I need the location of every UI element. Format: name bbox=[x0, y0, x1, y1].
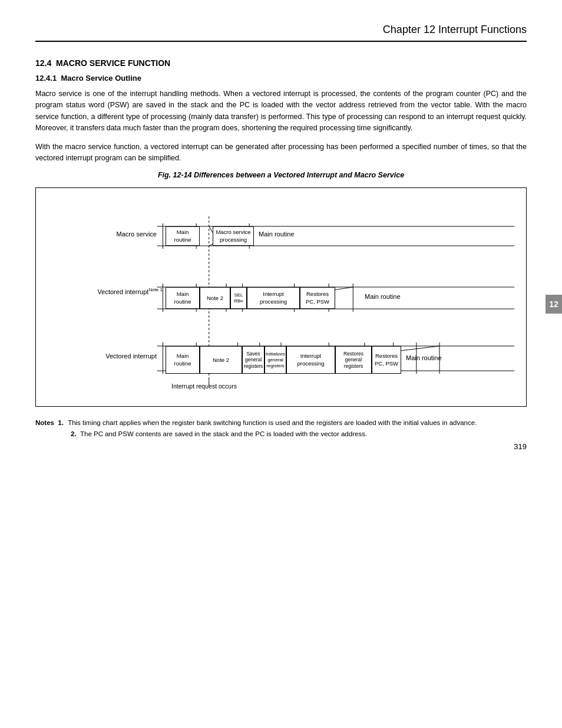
diagram: Macro service Mainroutine Macro servicep… bbox=[35, 187, 527, 407]
note-1-text: This timing chart applies when the regis… bbox=[68, 417, 477, 428]
box-vi1-restores-pc-psw: RestoresPC, PSW bbox=[300, 287, 335, 309]
notes-section: Notes 1. This timing chart applies when … bbox=[35, 417, 527, 439]
note-2-line: 2. The PC and PSW contents are saved in … bbox=[71, 429, 527, 439]
box-vi2-restores-general-registers: Restoresgeneralregisters bbox=[335, 346, 372, 374]
page-header: Chapter 12 Interrupt Functions bbox=[35, 24, 527, 42]
box-vi1-note2: Note 2 bbox=[200, 287, 230, 309]
interrupt-request-label: Interrupt request occurs bbox=[171, 383, 237, 390]
box-vi2-restores-pc-psw: RestoresPC, PSW bbox=[372, 346, 401, 374]
box-vi2-interrupt-processing: Interruptprocessing bbox=[286, 346, 335, 374]
body-paragraph-1: Macro service is one of the interrupt ha… bbox=[35, 88, 527, 134]
body-paragraph-2: With the macro service function, a vecto… bbox=[35, 141, 527, 164]
note-2-text: The PC and PSW contents are saved in the… bbox=[80, 430, 367, 437]
box-vi2-initializes-general-registers: Initializesgeneralregisters bbox=[265, 346, 286, 374]
page-number: 319 bbox=[514, 442, 527, 451]
text-macro-main-routine: Main routine bbox=[259, 230, 295, 238]
notes-label: Notes 1. bbox=[35, 417, 65, 428]
subsection-title: 12.4.1 Macro Service Outline bbox=[35, 74, 527, 83]
label-vectored-interrupt-note1: Vectored interruptNote 1 bbox=[77, 287, 163, 296]
figure-caption: Fig. 12-14 Differences between a Vectore… bbox=[35, 171, 527, 179]
chapter-tab: 12 bbox=[546, 295, 562, 314]
box-macro-main-routine: Mainroutine bbox=[166, 226, 200, 246]
box-vi2-note2: Note 2 bbox=[200, 346, 242, 374]
box-vi1-main-routine: Mainroutine bbox=[166, 287, 200, 309]
box-macro-service-processing: Macro serviceprocessing bbox=[213, 226, 254, 246]
label-vectored-interrupt: Vectored interrupt bbox=[101, 352, 157, 360]
text-vi1-main-routine: Main routine bbox=[365, 293, 401, 300]
box-vi2-main-routine: Mainroutine bbox=[166, 346, 200, 374]
box-vi1-sel-rbn: SELRBn bbox=[230, 287, 247, 309]
note-header-line: Notes 1. This timing chart applies when … bbox=[35, 417, 527, 428]
text-vi2-main-routine: Main routine bbox=[406, 354, 442, 361]
section-title: 12.4 MACRO SERVICE FUNCTION bbox=[35, 58, 527, 68]
label-macro-service: Macro service bbox=[101, 230, 157, 238]
header-title: Chapter 12 Interrupt Functions bbox=[383, 24, 527, 36]
diagram-inner: Macro service Mainroutine Macro servicep… bbox=[42, 194, 520, 394]
box-vi2-saves-general-registers: Savesgeneralregisters bbox=[242, 346, 265, 374]
box-vi1-interrupt-processing: Interruptprocessing bbox=[247, 287, 300, 309]
